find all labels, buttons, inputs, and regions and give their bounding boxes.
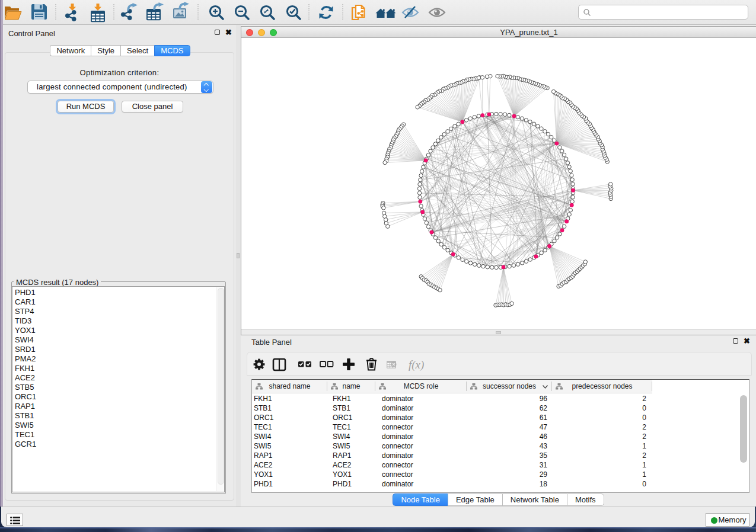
svg-text:f(x): f(x) — [409, 358, 424, 371]
